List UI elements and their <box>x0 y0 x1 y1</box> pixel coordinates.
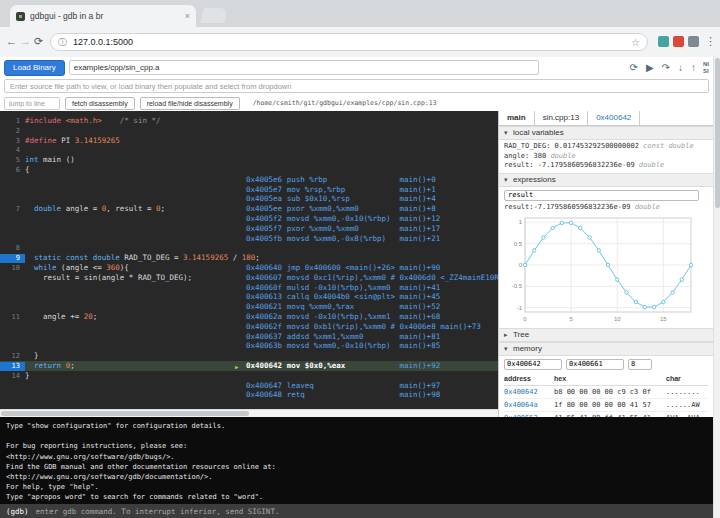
source-row: 0x400637 addsd %xmm1,%xmm0 main()+81 <box>0 332 498 342</box>
extension-icon[interactable] <box>673 36 684 47</box>
source-row: 0x4005e6 push %rbp main()+0 <box>0 175 498 185</box>
gdb-prompt-label: (gdb) <box>6 507 29 516</box>
fetch-disassembly-button[interactable]: fetch disassembly <box>65 97 135 110</box>
section-expressions-header[interactable]: ▾expressions <box>499 173 713 187</box>
source-file-row <box>0 78 713 95</box>
new-tab-button[interactable] <box>200 8 228 23</box>
memory-address-link[interactable]: 0x40064a <box>504 399 554 411</box>
site-info-icon[interactable]: ⓘ <box>58 36 67 49</box>
next-button[interactable]: ↷ <box>662 63 670 73</box>
svg-text:1: 1 <box>519 219 523 225</box>
line-number[interactable]: 5 <box>0 156 25 165</box>
disasm-address[interactable]: 0x400621 <box>246 302 282 311</box>
step-instruction-button[interactable]: SI <box>703 68 709 75</box>
disasm-address[interactable]: 0x400642 <box>246 361 282 370</box>
memory-char: ........ <box>666 386 708 398</box>
disasm-address[interactable]: 0x40062a <box>246 312 282 321</box>
line-number[interactable]: 8 <box>0 244 25 253</box>
source-line-text: static const double RAD_TO_DEG = 3.14159… <box>25 253 260 262</box>
disasm-address[interactable]: 0x400613 <box>246 292 282 301</box>
disasm-instruction: mulsd -0x10(%rbp),%xmm0 <box>282 283 395 292</box>
disasm-address[interactable]: 0x400637 <box>246 332 282 341</box>
horizontal-scrollbar[interactable] <box>0 409 498 417</box>
line-number[interactable]: 10 <box>0 264 25 273</box>
frame-function[interactable]: main <box>499 111 535 125</box>
browser-tab[interactable]: gdbgui - gdb in a br × <box>10 5 196 27</box>
line-number[interactable]: 4 <box>0 146 25 155</box>
disasm-instruction: push %rbp <box>282 175 395 184</box>
restart-button[interactable]: ⟳ <box>630 63 638 73</box>
disasm-address[interactable]: 0x400640 <box>246 263 282 272</box>
load-binary-button[interactable]: Load Binary <box>4 60 65 76</box>
forward-icon[interactable]: → <box>20 35 31 47</box>
line-number[interactable]: 11 <box>0 313 25 322</box>
disassembly-line: 0x40060f mulsd -0x10(%rbp),%xmm0 main()+… <box>246 283 440 293</box>
disasm-address[interactable]: 0x4005ea <box>246 194 282 203</box>
step-button[interactable]: ↓ <box>678 63 683 73</box>
url-text: 127.0.0.1:5000 <box>73 37 631 47</box>
disasm-address[interactable]: 0x4005f2 <box>246 214 282 223</box>
frame-file-line[interactable]: sin.cpp:13 <box>535 111 588 125</box>
console-line: Type "apropos word" to search for comman… <box>6 492 707 502</box>
memory-start-address-input[interactable] <box>504 359 562 370</box>
extension-icon[interactable] <box>658 36 669 47</box>
disasm-address[interactable]: 0x4005ee <box>246 204 282 213</box>
breakpoint-line-number[interactable]: 13 <box>0 362 25 371</box>
return-button[interactable]: ↑ <box>691 63 696 73</box>
browser-menu-icon[interactable]: ⋮ <box>705 35 716 48</box>
memory-header-hex: hex <box>554 373 666 385</box>
disasm-address[interactable]: 0x4005e7 <box>246 185 282 194</box>
disassembly-line: 0x4005e7 mov %rsp,%rbp main()+1 <box>246 185 436 195</box>
disasm-address[interactable]: 0x400648 <box>246 390 282 399</box>
url-bar[interactable]: ⓘ 127.0.0.1:5000 ☆ <box>50 33 648 51</box>
line-number[interactable]: 7 <box>0 205 25 214</box>
disasm-instruction: movsd 0xb1(%rip),%xmm0 # 0x4006e8 <box>282 322 436 331</box>
line-number[interactable]: 12 <box>0 352 25 361</box>
continue-button[interactable]: ▶ <box>646 63 654 73</box>
source-row: 0x400621 movq %xmm0,%rax main()+52 <box>0 302 498 312</box>
expression-input[interactable] <box>504 190 699 201</box>
tab-close-icon[interactable]: × <box>185 11 190 21</box>
disasm-address[interactable]: 0x40060f <box>246 283 282 292</box>
extension-icon[interactable] <box>688 36 699 47</box>
refresh-icon[interactable]: ⟳ <box>34 35 43 48</box>
horizontal-scrollbar-thumb[interactable] <box>1 411 249 416</box>
disasm-address[interactable]: 0x4005e6 <box>246 175 282 184</box>
back-icon[interactable]: ← <box>6 35 17 47</box>
jump-to-line-input[interactable] <box>4 97 60 110</box>
browser-tab-strip: gdbgui - gdb in a br × <box>0 0 720 27</box>
disasm-address[interactable]: 0x4005fb <box>246 234 282 243</box>
line-number[interactable]: 6 <box>0 166 25 175</box>
breakpoint-line-number[interactable]: 9 <box>0 254 25 263</box>
line-number[interactable]: 3 <box>0 137 25 146</box>
reload-file-button[interactable]: reload file/hide disassembly <box>140 97 240 110</box>
line-number[interactable]: 14 <box>0 372 25 381</box>
disasm-address[interactable]: 0x40063b <box>246 341 282 350</box>
memory-bytes-per-line-input[interactable] <box>628 359 652 370</box>
source-row: 2 <box>0 126 498 136</box>
source-row: 0x40063b movsd %xmm0,-0x10(%rbp) main()+… <box>0 341 498 351</box>
frame-address-link[interactable]: 0x400642 <box>588 111 640 125</box>
source-file-input[interactable] <box>4 79 709 93</box>
page-scrollbar-thumb[interactable] <box>715 58 720 208</box>
source-row: 0x4005f7 pxor %xmm0,%xmm0 main()+17 <box>0 224 498 234</box>
disasm-address[interactable]: 0x4005f7 <box>246 224 282 233</box>
section-memory-header[interactable]: ▾memory <box>499 342 713 356</box>
source-row: 4 <box>0 145 498 155</box>
disasm-address[interactable]: 0x40062f <box>246 322 282 331</box>
memory-address-link[interactable]: 0x400642 <box>504 386 554 398</box>
page-scrollbar[interactable] <box>713 57 720 518</box>
memory-end-address-input[interactable] <box>566 359 624 370</box>
bookmark-star-icon[interactable]: ☆ <box>631 37 640 48</box>
source-line-text: } <box>25 371 30 380</box>
disasm-address[interactable]: 0x400607 <box>246 273 282 282</box>
disasm-address[interactable]: 0x400647 <box>246 381 282 390</box>
gdb-command-input[interactable] <box>34 506 707 517</box>
disasm-instruction: movsd %xmm0,-0x10(%rbp) <box>282 214 395 223</box>
svg-text:5: 5 <box>569 316 573 322</box>
line-number[interactable]: 1 <box>0 117 25 126</box>
binary-path-input[interactable] <box>69 60 539 75</box>
section-tree-header[interactable]: ▸Tree <box>499 328 713 342</box>
section-local-variables-header[interactable]: ▾local variables <box>499 126 713 140</box>
line-number[interactable]: 2 <box>0 127 25 136</box>
